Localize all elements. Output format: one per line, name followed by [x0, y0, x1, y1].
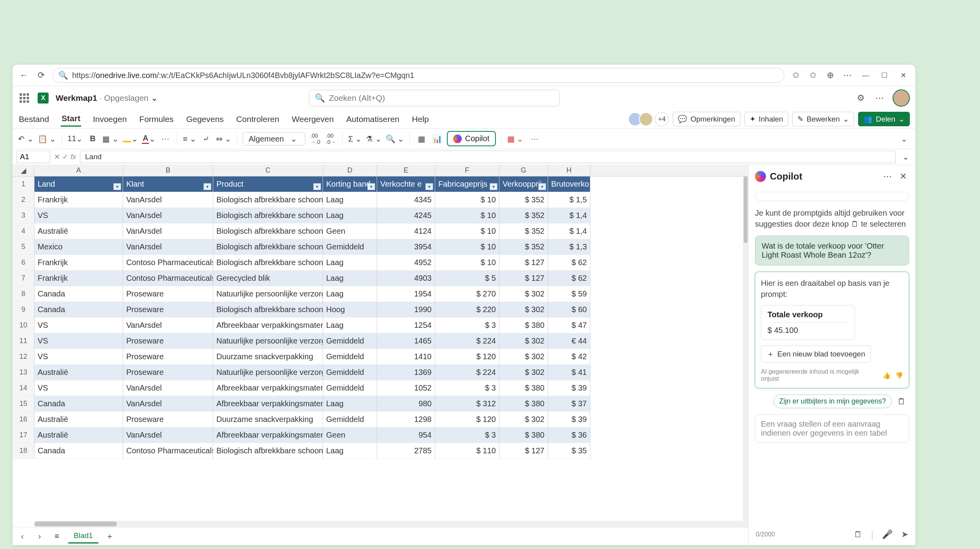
- header-cell[interactable]: Korting band▾: [323, 176, 377, 192]
- cell[interactable]: Frankrijk: [34, 255, 123, 271]
- cell[interactable]: $ 10: [435, 192, 499, 208]
- header-cell[interactable]: Brutoverko: [548, 176, 590, 192]
- cell[interactable]: Proseware: [123, 365, 213, 380]
- cell[interactable]: Gemiddeld: [323, 333, 377, 349]
- toolbar-overflow-icon[interactable]: ⋯: [529, 133, 541, 145]
- cell[interactable]: VanArsdel: [123, 239, 213, 255]
- cell[interactable]: $ 37: [548, 396, 590, 412]
- cell[interactable]: Biologisch afbrekkbare schoonma: [213, 239, 323, 255]
- cell[interactable]: Proseware: [123, 286, 213, 302]
- tab-formulas[interactable]: Formules: [138, 112, 174, 126]
- paste-button[interactable]: 📋 ⌄: [38, 133, 56, 145]
- cell[interactable]: Duurzame snackverpakking: [213, 412, 323, 427]
- tab-view[interactable]: Weergeven: [291, 112, 334, 126]
- decrease-decimal-button[interactable]: .00→.0: [309, 133, 321, 145]
- fill-color-button[interactable]: ⌄: [123, 133, 138, 145]
- cell[interactable]: $ 35: [548, 443, 590, 459]
- cell[interactable]: $ 220: [435, 302, 499, 318]
- cell[interactable]: VS: [34, 380, 123, 396]
- cell[interactable]: $ 380: [499, 427, 548, 443]
- cell[interactable]: $ 302: [499, 333, 548, 349]
- col-header[interactable]: G: [499, 165, 548, 176]
- all-sheets-icon[interactable]: ≡: [51, 530, 63, 543]
- row-number[interactable]: 4: [13, 224, 34, 239]
- cell[interactable]: $ 39: [548, 412, 590, 427]
- document-title[interactable]: Werkmap1 · Opgeslagen ⌄: [56, 93, 158, 103]
- increase-decimal-button[interactable]: .00.0→: [325, 133, 337, 145]
- minimize-button[interactable]: —: [859, 69, 872, 81]
- filter-icon[interactable]: ▾: [538, 183, 546, 190]
- bold-button[interactable]: B: [87, 133, 98, 145]
- cell[interactable]: Biologisch afbrekkbare schoonma: [213, 443, 323, 459]
- cell[interactable]: $ 352: [499, 224, 548, 239]
- cell[interactable]: 1954: [377, 286, 435, 302]
- collections-icon[interactable]: ⊕: [824, 69, 836, 81]
- cell[interactable]: Laag: [323, 192, 377, 208]
- cell[interactable]: $ 3: [435, 318, 499, 333]
- header-cell[interactable]: Klant▾: [123, 176, 213, 192]
- header-cell[interactable]: Fabricageprijs▾: [435, 176, 499, 192]
- cell[interactable]: Australië: [34, 412, 123, 427]
- cell[interactable]: Laag: [323, 271, 377, 286]
- add-sheet-button[interactable]: ＋: [104, 530, 116, 543]
- row-number[interactable]: 12: [13, 349, 34, 365]
- cell[interactable]: Laag: [323, 318, 377, 333]
- cell[interactable]: Proseware: [123, 302, 213, 318]
- cell[interactable]: VS: [34, 333, 123, 349]
- cell[interactable]: $ 3: [435, 380, 499, 396]
- cell[interactable]: $ 110: [435, 443, 499, 459]
- cell[interactable]: VS: [34, 318, 123, 333]
- close-window-button[interactable]: ✕: [897, 69, 910, 81]
- cell[interactable]: Biologisch afbrekkbare schoonma: [213, 224, 323, 239]
- cell[interactable]: $ 62: [548, 271, 590, 286]
- filter-icon[interactable]: ▾: [425, 183, 433, 190]
- cell[interactable]: Biologisch afbrekkbare schoonma: [213, 302, 323, 318]
- cell[interactable]: € 44: [548, 333, 590, 349]
- header-cell[interactable]: Land▾: [34, 176, 123, 192]
- presence-extra-count[interactable]: +4: [655, 112, 669, 126]
- address-bar[interactable]: 🔍 https://onedrive.live.com/:w:/t/EaCKkP…: [53, 68, 784, 83]
- row-number[interactable]: 14: [13, 380, 34, 396]
- cell[interactable]: $ 47: [548, 318, 590, 333]
- cell[interactable]: Geen: [323, 224, 377, 239]
- cell[interactable]: $ 1,5: [548, 192, 590, 208]
- cell[interactable]: Hoog: [323, 302, 377, 318]
- cell[interactable]: Natuurlijke persoonlijke verzorging: [213, 365, 323, 380]
- settings-icon[interactable]: ⚙: [855, 92, 867, 104]
- cell[interactable]: Mexico: [34, 239, 123, 255]
- analyze-data-icon[interactable]: 📊: [431, 133, 443, 145]
- filter-icon[interactable]: ▾: [313, 183, 321, 190]
- col-header[interactable]: H: [548, 165, 590, 176]
- cell[interactable]: 4245: [377, 208, 435, 224]
- row-number[interactable]: 17: [13, 427, 34, 443]
- cell[interactable]: Biologisch afbrekkbare schoonma: [213, 255, 323, 271]
- cell[interactable]: $ 302: [499, 349, 548, 365]
- cell[interactable]: VanArsdel: [123, 224, 213, 239]
- col-header[interactable]: E: [377, 165, 435, 176]
- cell[interactable]: $ 120: [435, 412, 499, 427]
- cell[interactable]: Laag: [323, 286, 377, 302]
- copilot-more-icon[interactable]: ⋯: [882, 171, 893, 182]
- cell[interactable]: Canada: [34, 302, 123, 318]
- thumbs-down-icon[interactable]: 👎: [895, 372, 903, 379]
- row-number[interactable]: 16: [13, 412, 34, 427]
- vertical-scrollbar[interactable]: [743, 176, 748, 521]
- user-avatar[interactable]: [893, 89, 910, 107]
- cell[interactable]: 1465: [377, 333, 435, 349]
- presence-avatar[interactable]: [639, 112, 653, 126]
- row-number[interactable]: 5: [13, 239, 34, 255]
- cell[interactable]: VanArsdel: [123, 427, 213, 443]
- back-icon[interactable]: ←: [18, 69, 30, 81]
- cell[interactable]: $ 1,3: [548, 239, 590, 255]
- copilot-input[interactable]: Een vraag stellen of een aanvraag indien…: [755, 414, 909, 443]
- cancel-formula-icon[interactable]: ✕: [54, 153, 60, 161]
- format-table-button[interactable]: ▦ ⌄: [507, 133, 524, 145]
- share-button[interactable]: 👥Delen ⌄: [858, 112, 910, 126]
- cell[interactable]: Afbreekbaar verpakkingsmateriaal: [213, 396, 323, 412]
- cell[interactable]: $ 352: [499, 192, 548, 208]
- cell[interactable]: Canada: [34, 396, 123, 412]
- cell[interactable]: $ 380: [499, 318, 548, 333]
- cell[interactable]: $ 10: [435, 208, 499, 224]
- maximize-button[interactable]: ☐: [878, 69, 891, 81]
- prompt-guide-icon[interactable]: 🗒: [854, 529, 862, 540]
